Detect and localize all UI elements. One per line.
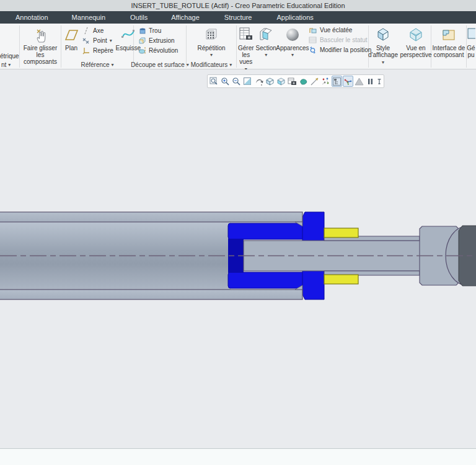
ribbon: étrique nt▾ Faire glisser les compos [0, 24, 476, 69]
decoupe-group-label[interactable]: Découpe et surface▾ [134, 61, 186, 69]
dropdown-arrow-icon: ▾ [210, 51, 213, 58]
saved-orientations-button[interactable] [276, 76, 286, 87]
hole-icon [138, 27, 146, 35]
clipped-button-label[interactable]: étrique [0, 53, 19, 60]
graphics-toolbar [207, 74, 384, 88]
dropdown-arrow-icon: ▾ [112, 62, 114, 68]
puzzle-icon [441, 26, 456, 43]
extrude-icon [138, 37, 146, 45]
repere-button[interactable]: Repère [82, 46, 113, 55]
annotations-display-button[interactable] [309, 76, 320, 87]
display-style-button[interactable] [265, 76, 275, 87]
dropdown-arrow-icon: ▾ [8, 62, 11, 68]
clipped-group-label[interactable]: nt▾ [0, 61, 19, 69]
reorient-button[interactable] [253, 76, 264, 87]
zoom-window-button[interactable] [209, 76, 219, 87]
display-style-cube-icon [375, 26, 391, 43]
gerer-vues-button[interactable]: Gérer les vues ▾ [238, 24, 254, 73]
reposition-icon [309, 46, 317, 54]
vue-eclatee-button[interactable]: Vue éclatée [309, 26, 371, 34]
seal-top[interactable] [324, 228, 358, 237]
ribbon-group-style: Style d'affichage ▾ [369, 24, 431, 69]
axis-icon [82, 27, 90, 35]
csys-icon [82, 46, 90, 55]
status-bar [0, 448, 476, 465]
datum-display-button[interactable] [320, 76, 331, 87]
clipped-right-button[interactable]: Gé pu [467, 24, 475, 58]
seal-bottom[interactable] [324, 275, 358, 284]
dropdown-arrow-icon: ▾ [110, 38, 112, 43]
reference-group-label[interactable]: Référence▾ [61, 61, 133, 69]
toggle-status-icon [309, 36, 317, 44]
appearance-sphere-icon [286, 29, 299, 41]
tab-applications[interactable]: Applications [268, 12, 321, 22]
dropdown-arrow-icon: ▾ [265, 51, 267, 58]
ribbon-group-reference: Plan Axe [61, 24, 133, 69]
tab-structure[interactable]: Structure [216, 12, 260, 22]
clipped-icon [467, 26, 475, 43]
insert-bottom-arm[interactable] [228, 272, 305, 288]
view-manager-icon [239, 26, 253, 43]
creo-window: INSERT_TUBE_ROTULE (Actif) - Creo Parame… [0, 0, 476, 465]
ribbon-group-affichage-modele: Gérer les vues ▾ Section ▾ [237, 24, 368, 69]
modificateurs-group-label[interactable]: Modificateurs▾ [187, 61, 236, 69]
outer-tube-top-wall[interactable] [0, 212, 302, 222]
zoom-out-button[interactable] [231, 76, 242, 87]
pause-button[interactable] [365, 76, 376, 87]
ribbon-group-clipped-right: Gé pu [467, 24, 476, 69]
trou-button[interactable]: Trou [138, 27, 178, 35]
tab-mannequin[interactable]: Mannequin [64, 12, 113, 22]
ribbon-group-modificateurs: Répétition ▾ Modificateurs▾ [187, 24, 236, 69]
revolve-icon [138, 46, 146, 55]
modifier-position-button[interactable]: Modifier la position [309, 46, 371, 54]
reference-stack: Axe Point ▾ [82, 24, 113, 55]
ribbon-group-component: Faire glisser les composants [20, 24, 61, 69]
tab-affichage[interactable]: Affichage [163, 12, 208, 22]
axe-button[interactable]: Axe [82, 27, 113, 35]
render-style-button[interactable] [298, 76, 309, 87]
repetition-button[interactable]: Répétition ▾ [197, 24, 225, 58]
section-button[interactable]: Section ▾ [256, 24, 276, 58]
exploded-view-toggle-button[interactable] [343, 76, 353, 87]
dropdown-arrow-icon: ▾ [229, 62, 232, 68]
refit-button[interactable] [242, 76, 253, 87]
section-icon [258, 26, 274, 43]
ribbon-group-decoupe: Trou Extrusion [134, 24, 186, 69]
plan-icon [63, 26, 79, 43]
insert-top-arm[interactable] [228, 223, 305, 239]
graphics-area[interactable] [0, 69, 476, 448]
ribbon-group-interface: Interface de composant [431, 24, 466, 69]
revolution-button[interactable]: Révolution [138, 46, 178, 55]
warning-button[interactable] [354, 76, 364, 87]
tab-annotation[interactable]: Annotation [7, 12, 56, 22]
interface-composant-button[interactable]: Interface de composant [433, 24, 465, 58]
basculer-statut-button: Basculer le statut [309, 36, 371, 44]
dropdown-arrow-icon: ▾ [291, 51, 294, 58]
pattern-icon [203, 26, 219, 43]
point-icon [82, 37, 90, 45]
point-button[interactable]: Point ▾ [82, 37, 113, 45]
plan-button[interactable]: Plan [63, 24, 79, 51]
exploded-view-icon [309, 26, 317, 34]
tab-outils[interactable]: Outils [122, 12, 156, 22]
clipped-toolbar-button[interactable] [376, 76, 382, 87]
outer-tube-bottom-wall[interactable] [0, 290, 302, 299]
ribbon-group-clipped-left: étrique nt▾ [0, 24, 19, 69]
style-affichage-button[interactable]: Style d'affichage ▾ [368, 24, 398, 66]
zoom-in-button[interactable] [220, 76, 231, 87]
drag-components-button[interactable]: Faire glisser les composants [20, 24, 61, 65]
dropdown-arrow-icon: ▾ [382, 60, 384, 65]
menu-bar: Annotation Mannequin Outils Affichage St… [0, 11, 476, 24]
vue-perspective-button[interactable]: Vue en perspective [400, 24, 431, 58]
design-tree-toggle-button[interactable] [332, 76, 342, 87]
apparences-button[interactable]: Apparences ▾ [278, 24, 307, 58]
drag-hand-icon [33, 26, 48, 43]
view-images-button[interactable] [287, 76, 298, 87]
model-view [0, 69, 476, 448]
extrusion-button[interactable]: Extrusion [138, 37, 178, 45]
window-title: INSERT_TUBE_ROTULE (Actif) - Creo Parame… [131, 2, 345, 9]
title-bar: INSERT_TUBE_ROTULE (Actif) - Creo Parame… [0, 0, 476, 11]
perspective-cube-icon [408, 26, 424, 43]
